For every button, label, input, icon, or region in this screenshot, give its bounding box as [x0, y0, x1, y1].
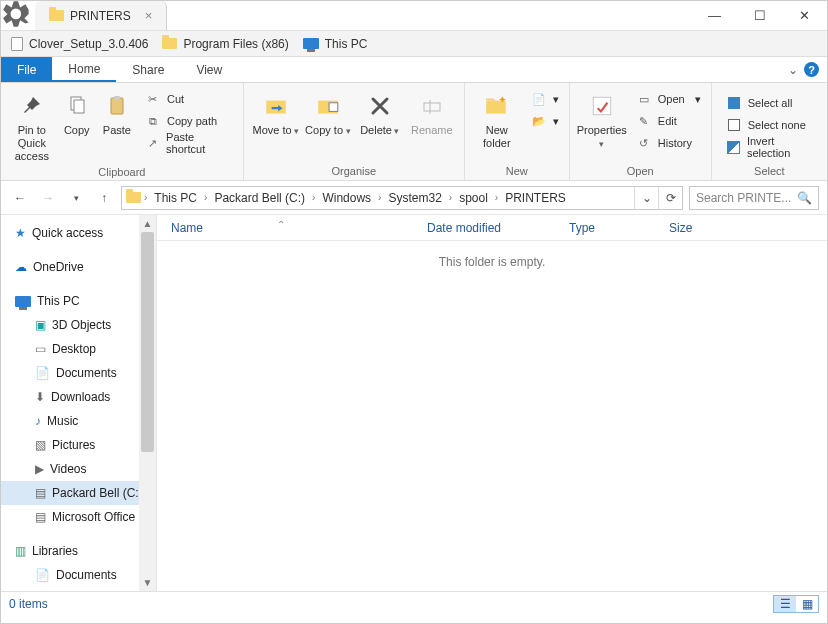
select-none-button[interactable]: Select none	[722, 115, 821, 135]
tab-share[interactable]: Share	[116, 57, 180, 82]
bookmark-item[interactable]: Clover_Setup_3.0.406	[11, 37, 148, 51]
tree-onedrive[interactable]: ☁OneDrive	[1, 255, 156, 279]
close-button[interactable]: ✕	[782, 1, 827, 31]
crumb-windows[interactable]: Windows	[318, 191, 375, 205]
documents-icon: 📄	[35, 568, 50, 582]
group-label: Organise	[250, 163, 458, 180]
forward-button[interactable]: →	[37, 187, 59, 209]
chevron-right-icon[interactable]: ›	[312, 192, 315, 203]
crumb-system32[interactable]: System32	[384, 191, 445, 205]
drive-icon: ▤	[35, 510, 46, 524]
scroll-thumb[interactable]	[141, 232, 154, 452]
crumb-spool[interactable]: spool	[455, 191, 492, 205]
search-input[interactable]: Search PRINTE... 🔍	[689, 186, 819, 210]
svg-rect-9	[486, 101, 506, 114]
chevron-right-icon[interactable]: ›	[144, 192, 147, 203]
svg-rect-1	[74, 100, 84, 113]
col-type[interactable]: Type	[555, 221, 655, 235]
details-view-button[interactable]: ☰	[774, 596, 796, 612]
up-button[interactable]: ↑	[93, 187, 115, 209]
tree-pictures[interactable]: ▧Pictures	[1, 433, 156, 457]
tree-videos[interactable]: ▶Videos	[1, 457, 156, 481]
tab-view[interactable]: View	[180, 57, 238, 82]
bookmark-item[interactable]: This PC	[303, 37, 368, 51]
navigation-tree: ★Quick access ☁OneDrive This PC ▣3D Obje…	[1, 215, 157, 591]
sort-asc-icon: ⌃	[277, 219, 285, 230]
videos-icon: ▶	[35, 462, 44, 476]
title-bar: PRINTERS × — ☐ ✕	[1, 1, 827, 31]
ribbon-collapse-icon[interactable]: ⌄	[788, 63, 798, 77]
crumb-this-pc[interactable]: This PC	[150, 191, 201, 205]
tree-scrollbar[interactable]: ▲ ▼	[139, 215, 156, 591]
scroll-down-icon[interactable]: ▼	[139, 574, 156, 591]
new-item-button[interactable]: 📄▾	[527, 89, 563, 109]
move-icon	[261, 91, 291, 121]
col-name[interactable]: Name⌃	[157, 221, 413, 235]
group-label: Open	[576, 163, 705, 180]
tree-lib-documents[interactable]: 📄Documents	[1, 563, 156, 587]
tree-3d-objects[interactable]: ▣3D Objects	[1, 313, 156, 337]
chevron-right-icon[interactable]: ›	[449, 192, 452, 203]
star-icon: ★	[15, 226, 26, 240]
delete-button[interactable]: Delete	[354, 87, 406, 137]
move-to-button[interactable]: Move to	[250, 87, 302, 137]
qat-button[interactable]	[1, 0, 35, 33]
paste-button[interactable]: Paste	[97, 87, 137, 137]
scroll-up-icon[interactable]: ▲	[139, 215, 156, 232]
tree-downloads[interactable]: ⬇Downloads	[1, 385, 156, 409]
chevron-right-icon[interactable]: ›	[204, 192, 207, 203]
tab-file[interactable]: File	[1, 57, 52, 82]
copy-button[interactable]: Copy	[57, 87, 97, 137]
recent-dropdown[interactable]: ▾	[65, 187, 87, 209]
tree-quick-access[interactable]: ★Quick access	[1, 221, 156, 245]
easy-access-button[interactable]: 📂▾	[527, 111, 563, 131]
svg-rect-2	[111, 98, 123, 114]
file-list: Name⌃ Date modified Type Size This folde…	[157, 215, 827, 591]
group-label: New	[471, 163, 563, 180]
view-toggle: ☰ ▦	[773, 595, 819, 613]
copy-to-button[interactable]: Copy to	[302, 87, 354, 137]
address-dropdown[interactable]: ⌄	[634, 187, 658, 209]
address-bar[interactable]: › This PC› Packard Bell (C:)› Windows› S…	[121, 186, 683, 210]
tree-music[interactable]: ♪Music	[1, 409, 156, 433]
copy-path-button[interactable]: ⧉Copy path	[141, 111, 237, 131]
svg-rect-3	[114, 96, 120, 100]
tab-home[interactable]: Home	[52, 57, 116, 82]
tree-desktop[interactable]: ▭Desktop	[1, 337, 156, 361]
refresh-button[interactable]: ⟳	[658, 187, 682, 209]
tree-libraries[interactable]: ▥Libraries	[1, 539, 156, 563]
cut-button[interactable]: ✂Cut	[141, 89, 237, 109]
new-folder-button[interactable]: New folder	[471, 87, 523, 150]
edit-button[interactable]: ✎Edit	[632, 111, 705, 131]
history-button[interactable]: ↺History	[632, 133, 705, 153]
rename-button[interactable]: Rename	[406, 87, 458, 137]
tree-c-drive[interactable]: ▤Packard Bell (C:)	[1, 481, 156, 505]
back-button[interactable]: ←	[9, 187, 31, 209]
chevron-right-icon[interactable]: ›	[378, 192, 381, 203]
col-date[interactable]: Date modified	[413, 221, 555, 235]
tree-documents[interactable]: 📄Documents	[1, 361, 156, 385]
select-all-button[interactable]: Select all	[722, 93, 821, 113]
crumb-c-drive[interactable]: Packard Bell (C:)	[210, 191, 309, 205]
main-area: ★Quick access ☁OneDrive This PC ▣3D Obje…	[1, 215, 827, 591]
minimize-button[interactable]: —	[692, 1, 737, 31]
new-item-icon: 📄	[531, 91, 547, 107]
col-size[interactable]: Size	[655, 221, 827, 235]
chevron-right-icon[interactable]: ›	[495, 192, 498, 203]
tab-close-icon[interactable]: ×	[145, 8, 153, 23]
browser-tab[interactable]: PRINTERS ×	[35, 1, 167, 30]
invert-selection-button[interactable]: Invert selection	[722, 137, 821, 157]
open-button[interactable]: ▭Open▾	[632, 89, 705, 109]
paste-shortcut-button[interactable]: ↗Paste shortcut	[141, 133, 237, 153]
maximize-button[interactable]: ☐	[737, 1, 782, 31]
help-icon[interactable]: ?	[804, 62, 819, 77]
properties-button[interactable]: Properties	[576, 87, 628, 150]
pin-quick-access-button[interactable]: Pin to Quick access	[7, 87, 57, 164]
tree-ms-office[interactable]: ▤Microsoft Office	[1, 505, 156, 529]
icons-view-button[interactable]: ▦	[796, 596, 818, 612]
pc-icon	[15, 296, 31, 307]
tree-this-pc[interactable]: This PC	[1, 289, 156, 313]
copyto-icon	[313, 91, 343, 121]
bookmark-item[interactable]: Program Files (x86)	[162, 37, 288, 51]
crumb-printers[interactable]: PRINTERS	[501, 191, 570, 205]
